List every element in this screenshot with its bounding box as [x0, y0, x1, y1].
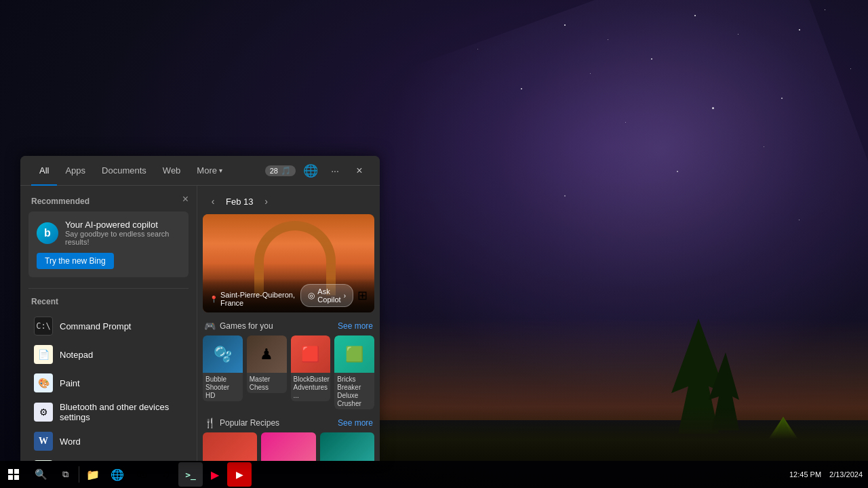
taskbar-taskview[interactable]: ⧉ — [53, 462, 77, 487]
list-item-cmd[interactable]: C:\ Command Prompt — [28, 312, 189, 340]
tab-more[interactable]: More ▾ — [189, 156, 231, 186]
master-chess-img: ♟ — [247, 336, 287, 373]
defender-icon: 🛡 — [34, 460, 53, 461]
paint-icon: 🎨 — [34, 373, 53, 392]
bing-icon: b — [37, 222, 58, 244]
recent-title: Recent — [28, 294, 189, 312]
cmd-icon: C:\ — [34, 317, 53, 336]
next-date-btn[interactable]: › — [258, 194, 273, 209]
taskbar-divider-1 — [79, 466, 79, 483]
taskbar-time: 12:45 PM — [789, 470, 821, 479]
card-header: b Your AI-powered copilot Say goodbye to… — [37, 220, 180, 246]
list-item-notepad[interactable]: 📄 Notepad — [28, 340, 189, 369]
blockbuster-name: BlockBuster Adventures ... — [291, 373, 331, 401]
recipe-1[interactable] — [203, 432, 257, 461]
ask-copilot-btn[interactable]: ◎ Ask Copilot › — [300, 284, 353, 307]
blockbuster-img: 🟥 — [291, 336, 331, 373]
more-options-btn[interactable]: ··· — [326, 161, 344, 180]
panel-left: Recommended × b Your AI-powered copilot … — [20, 186, 197, 461]
recommended-section: Recommended × b Your AI-powered copilot … — [20, 194, 197, 283]
list-item-word[interactable]: W Word — [28, 427, 189, 455]
location-text: Saint-Pierre-Quiberon, France — [220, 291, 300, 307]
recipes-see-more[interactable]: See more — [338, 418, 373, 428]
svg-rect-7 — [14, 469, 19, 474]
games-see-more[interactable]: See more — [338, 321, 373, 331]
bing-image-overlay: 📍 Saint-Pierre-Quiberon, France ◎ Ask Co… — [203, 279, 374, 312]
taskbar-date: 2/13/2024 — [829, 470, 863, 479]
card-title: Your AI-powered copilot — [65, 220, 180, 230]
games-title: 🎮 Games for you — [204, 321, 273, 331]
game-card-bubble-shooter[interactable]: 🫧 Bubble Shooter HD — [203, 336, 243, 409]
list-item-defender[interactable]: 🛡 Windows Defender Firewall — [28, 455, 189, 461]
recommended-card: b Your AI-powered copilot Say goodbye to… — [28, 211, 189, 277]
taskbar-store[interactable]: 🛍 — [130, 462, 154, 487]
taskbar-yt-music[interactable]: ▶ — [203, 462, 227, 487]
divider-1 — [28, 288, 189, 289]
bing-image-card[interactable]: 📍 Saint-Pierre-Quiberon, France ◎ Ask Co… — [203, 214, 374, 312]
bubble-shooter-img: 🫧 — [203, 336, 243, 373]
bricks-name: Bricks Breaker Deluxe Crusher — [334, 373, 374, 409]
microsoft-logo: ⊞ — [357, 288, 368, 303]
taskbar-search-btn[interactable]: 🔍 — [28, 462, 53, 487]
date-nav: ‹ Feb 13 › — [203, 191, 374, 214]
taskbar-media-player[interactable]: ♫ — [154, 462, 178, 487]
games-section: 🎮 Games for you See more 🫧 Bubble Shoote… — [203, 318, 374, 409]
location-label: 📍 Saint-Pierre-Quiberon, France — [210, 291, 300, 307]
games-grid: 🫧 Bubble Shooter HD ♟ Master Chess 🟥 Blo… — [203, 336, 374, 409]
bubble-shooter-name: Bubble Shooter HD — [203, 373, 243, 401]
taskbar-edge[interactable]: 🌐 — [105, 462, 130, 487]
recipes-section: 🍴 Popular Recipes See more — [203, 415, 374, 461]
game-card-master-chess[interactable]: ♟ Master Chess — [247, 336, 287, 409]
master-chess-name: Master Chess — [247, 373, 287, 393]
recent-section: Recent C:\ Command Prompt 📄 Notepad — [20, 294, 197, 461]
svg-rect-6 — [8, 469, 13, 474]
search-panel: All Apps Documents Web More ▾ 28 🎵 🌐 — [20, 156, 380, 461]
date-label: Feb 13 — [226, 197, 253, 207]
panel-header: All Apps Documents Web More ▾ 28 🎵 🌐 — [20, 156, 380, 186]
recipes-preview — [203, 432, 374, 461]
ask-copilot-label: Ask Copilot — [317, 287, 340, 304]
notepad-icon: 📄 — [34, 345, 53, 364]
bricks-img: 🟩 — [334, 336, 374, 373]
bluetooth-icon: ⚙ — [34, 403, 53, 422]
header-right: 28 🎵 🌐 ··· × — [265, 161, 369, 180]
tab-documents[interactable]: Documents — [94, 156, 155, 186]
cmd-name: Command Prompt — [60, 321, 131, 331]
svg-rect-8 — [8, 475, 13, 480]
taskbar-file-explorer[interactable]: 📁 — [81, 462, 105, 487]
prev-date-btn[interactable]: ‹ — [205, 194, 220, 209]
games-header: 🎮 Games for you See more — [203, 318, 374, 336]
word-icon: W — [34, 432, 53, 451]
recommended-close-btn[interactable]: × — [182, 194, 189, 205]
recipes-title: 🍴 Popular Recipes — [204, 418, 279, 428]
svg-rect-9 — [14, 475, 19, 480]
word-name: Word — [60, 436, 81, 447]
recipe-3[interactable] — [320, 432, 374, 461]
taskbar-terminal[interactable]: >_ — [178, 462, 203, 487]
desktop: All Apps Documents Web More ▾ 28 🎵 🌐 — [0, 0, 868, 488]
card-text: Your AI-powered copilot Say goodbye to e… — [65, 220, 180, 246]
tab-all[interactable]: All — [31, 156, 57, 186]
try-bing-button[interactable]: Try the new Bing — [37, 253, 114, 269]
bluetooth-name: Bluetooth and other devices settings — [60, 402, 183, 422]
game-card-blockbuster[interactable]: 🟥 BlockBuster Adventures ... — [291, 336, 331, 409]
notification-badge[interactable]: 28 🎵 — [265, 165, 296, 176]
close-panel-btn[interactable]: × — [350, 161, 369, 180]
start-button[interactable] — [0, 461, 27, 488]
game-card-bricks[interactable]: 🟩 Bricks Breaker Deluxe Crusher — [334, 336, 374, 409]
taskbar-right: 12:45 PM 2/13/2024 — [789, 470, 868, 479]
panel-body: Recommended × b Your AI-powered copilot … — [20, 186, 380, 461]
list-item-paint[interactable]: 🎨 Paint — [28, 369, 189, 397]
recommended-title: Recommended — [28, 194, 189, 211]
card-subtitle: Say goodbye to endless search results! — [65, 230, 180, 246]
globe-icon-btn[interactable]: 🌐 — [301, 161, 320, 180]
panel-right: ‹ Feb 13 › 📍 Saint-Pierre-Quiberon, Fran… — [197, 186, 380, 461]
taskbar-youtube[interactable]: ▶ — [227, 462, 252, 487]
recipe-2[interactable] — [261, 432, 315, 461]
list-item-bluetooth[interactable]: ⚙ Bluetooth and other devices settings — [28, 397, 189, 427]
notepad-name: Notepad — [60, 350, 93, 360]
tab-apps[interactable]: Apps — [57, 156, 94, 186]
paint-name: Paint — [60, 378, 80, 388]
recipes-header: 🍴 Popular Recipes See more — [203, 415, 374, 432]
tab-web[interactable]: Web — [155, 156, 189, 186]
